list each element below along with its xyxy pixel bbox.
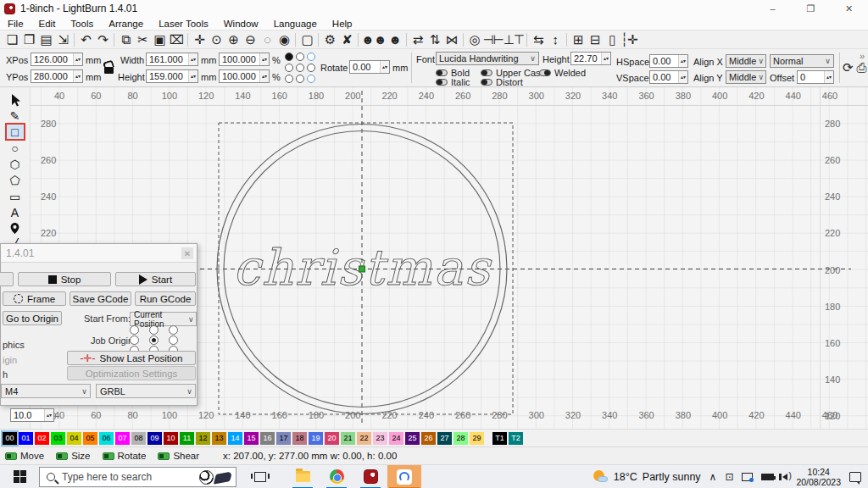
menu-edit[interactable]: Edit [31, 18, 64, 30]
aligny-dropdown[interactable]: Middle∨ [726, 70, 766, 84]
anchor-radio-0[interactable] [285, 53, 293, 61]
italic-toggle[interactable]: Italic [436, 77, 470, 87]
distribute-vertical-icon[interactable]: ↕ [547, 31, 564, 48]
position-laser-tool[interactable] [7, 221, 24, 236]
layer-swatch-27[interactable]: 27 [437, 432, 452, 445]
offset-field[interactable]: 0▴▾ [797, 70, 834, 84]
rotate-field[interactable]: 0.00▴▾ [349, 60, 390, 74]
hspace-spinner[interactable]: ▴▾ [678, 55, 687, 67]
layer-swatch-15[interactable]: 15 [244, 432, 259, 445]
distribute-horizontal-icon[interactable]: ⇆ [530, 31, 547, 48]
aspect-lock-icon[interactable] [104, 67, 114, 74]
file-explorer-button[interactable] [286, 465, 320, 488]
stop-button[interactable]: Stop [18, 272, 111, 286]
start-button[interactable] [0, 465, 39, 488]
edit-nodes-tool[interactable]: ⬠ [7, 173, 24, 187]
layer-swatch-11[interactable]: 11 [180, 432, 194, 445]
anchor-radio-1[interactable] [296, 53, 304, 61]
anchor-radio-2[interactable] [307, 53, 315, 61]
vspace-spinner[interactable]: ▴▾ [678, 71, 687, 83]
anchor-radio-5[interactable] [307, 64, 315, 72]
menu-language[interactable]: Language [266, 18, 325, 30]
tray-chevron-icon[interactable]: ∧ [709, 471, 717, 483]
delete-icon[interactable]: ⌧ [168, 31, 185, 48]
layer-swatch-24[interactable]: 24 [389, 432, 403, 445]
user-icon[interactable]: ☻ [387, 31, 403, 48]
text-tool[interactable]: A [7, 205, 24, 219]
task-view-button[interactable] [243, 465, 277, 488]
battery-icon[interactable] [761, 474, 774, 480]
device-settings-icon[interactable]: ⚙ [321, 31, 338, 48]
height-field[interactable]: 159.000▴▾ [146, 69, 198, 83]
run-gcode-button[interactable]: Run GCode [135, 291, 196, 306]
cut-icon[interactable]: ✂ [134, 31, 151, 48]
dialog-close-icon[interactable]: ✕ [181, 247, 193, 259]
job-origin-radio-4[interactable] [149, 336, 159, 345]
anchor-radio-7[interactable] [296, 75, 304, 83]
weather-widget[interactable]: 18°C Partly sunny [593, 470, 701, 484]
dock-panel-icon[interactable]: ⊟ [587, 31, 604, 48]
tablet-mode-icon[interactable]: ⊡ [725, 471, 733, 483]
print-icon[interactable]: ⎙ [857, 60, 867, 75]
layer-swatch-25[interactable]: 25 [405, 432, 420, 445]
optimization-settings-button[interactable]: Optimization Settings [67, 366, 196, 380]
layer-swatch-22[interactable]: 22 [357, 432, 371, 445]
menu-arrange[interactable]: Arrange [101, 18, 151, 30]
font-height-spinner[interactable]: ▴▾ [601, 53, 610, 64]
fingerprint-app-button[interactable] [387, 465, 421, 488]
layer-swatch-20[interactable]: 20 [325, 432, 339, 445]
pan-view-icon[interactable]: ✛ [191, 31, 208, 48]
menu-tools[interactable]: Tools [63, 18, 101, 30]
layer-swatch-12[interactable]: 12 [196, 432, 210, 445]
layer-swatch-03[interactable]: 03 [51, 432, 65, 445]
height-spinner[interactable]: ▴▾ [188, 70, 198, 82]
redo-icon[interactable]: ↷ [94, 31, 111, 48]
width-percent-field[interactable]: 100.000▴▾ [219, 53, 270, 66]
font-height-field[interactable]: 22.70▴▾ [570, 52, 611, 65]
device-dropdown[interactable]: GRBL∨ [96, 384, 196, 398]
new-file-icon[interactable]: ❏ [3, 31, 20, 48]
wpct-spinner[interactable]: ▴▾ [259, 53, 269, 65]
menu-help[interactable]: Help [325, 18, 360, 30]
toolbar-overflow[interactable]: » [860, 51, 865, 61]
draw-lines-tool[interactable]: ✎ [7, 108, 24, 123]
laser-sync-icon[interactable]: ⟳ [843, 60, 854, 75]
layer-swatch-04[interactable]: 04 [67, 432, 81, 445]
status-toggle-rotate[interactable]: Rotate [103, 451, 147, 461]
layer-swatch-16[interactable]: 16 [260, 432, 275, 445]
layer-swatch-17[interactable]: 17 [276, 432, 291, 445]
layer-swatch-23[interactable]: 23 [373, 432, 387, 445]
snap-guides-icon[interactable]: ┆✛ [620, 31, 637, 48]
layer-swatch-29[interactable]: 29 [470, 432, 484, 445]
goto-origin-button[interactable]: Go to Origin [3, 311, 62, 325]
layer-swatch-00[interactable]: 00 [3, 432, 17, 445]
taskbar-search[interactable]: Type here to search [39, 467, 236, 487]
center-focus-icon[interactable]: ◎ [466, 31, 483, 48]
layer-swatch-01[interactable]: 01 [19, 432, 33, 445]
layer-swatch-14[interactable]: 14 [228, 432, 242, 445]
job-origin-radio-3[interactable] [130, 336, 139, 345]
layer-swatch-T2[interactable]: T2 [509, 432, 523, 445]
anchor-radio-3[interactable] [285, 64, 293, 72]
layer-swatch-28[interactable]: 28 [453, 432, 468, 445]
job-origin-radio-0[interactable] [130, 325, 139, 335]
menu-laser-tools[interactable]: Laser Tools [151, 18, 216, 30]
job-origin-radio-2[interactable] [169, 325, 178, 335]
width-field[interactable]: 161.000▴▾ [146, 53, 198, 66]
preview-monitor-icon[interactable]: ▢ [298, 31, 315, 48]
layer-swatch-10[interactable]: 10 [164, 432, 178, 445]
machine-settings-icon[interactable]: ✘ [338, 31, 355, 48]
welded-toggle[interactable]: Welded [539, 68, 586, 78]
layer-swatch-19[interactable]: 19 [309, 432, 323, 445]
show-last-position-button[interactable]: -✛-Show Last Position [67, 351, 196, 365]
align-vertical-icon[interactable]: ⊥⊤ [504, 31, 524, 48]
width-spinner[interactable]: ▴▾ [188, 53, 198, 65]
frame-selection-icon[interactable]: ◌ [259, 31, 275, 48]
align-horizontal-icon[interactable]: ⊣⊢ [483, 31, 504, 48]
status-toggle-move[interactable]: Move [5, 451, 44, 461]
multi-user-icon[interactable]: ☻☻ [361, 31, 387, 48]
undo-icon[interactable]: ↶ [77, 31, 94, 48]
select-tool[interactable] [7, 92, 24, 107]
layer-swatch-08[interactable]: 08 [131, 432, 146, 445]
zoom-tool-icon[interactable]: ⊙ [208, 31, 225, 48]
